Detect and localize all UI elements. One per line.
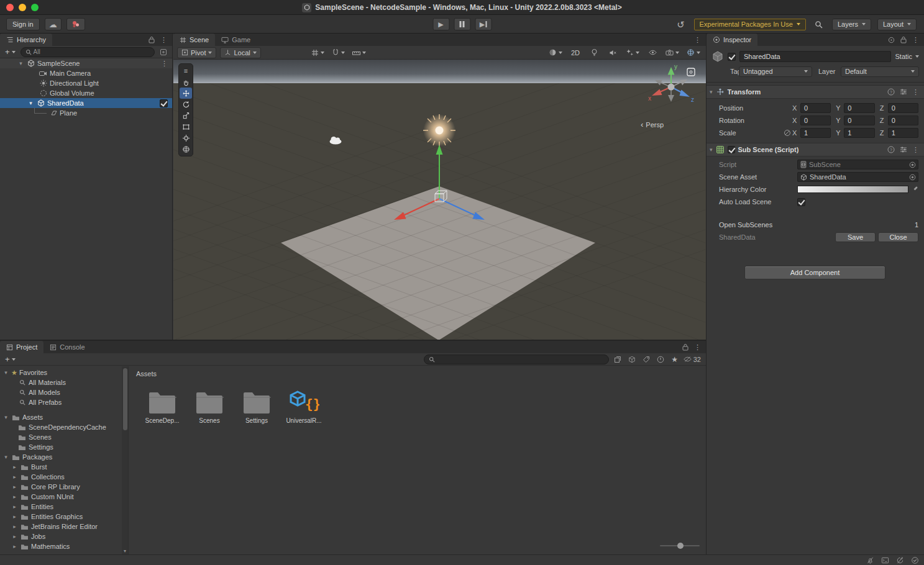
tree-package-jetbrains[interactable]: ▸ JetBrains Rider Editor bbox=[0, 522, 122, 531]
tree-package-entities-graphics[interactable]: ▸ Entities Graphics bbox=[0, 512, 122, 522]
version-control-button[interactable] bbox=[66, 18, 85, 30]
help-icon[interactable]: ? bbox=[887, 146, 895, 153]
tree-scenedependencycache[interactable]: SceneDependencyCache bbox=[0, 422, 122, 432]
tree-package-core-rp[interactable]: ▸ Core RP Library bbox=[0, 482, 122, 492]
layer-dropdown[interactable]: Default bbox=[841, 66, 919, 77]
tree-package-jobs[interactable]: ▸ Jobs bbox=[0, 531, 122, 541]
tab-console[interactable]: Console bbox=[43, 341, 91, 353]
experimental-packages-button[interactable]: Experimental Packages In Use bbox=[694, 19, 806, 30]
label-icon[interactable] bbox=[641, 355, 652, 364]
overlay-handle-icon[interactable]: ≡ bbox=[180, 65, 192, 76]
custom-tool[interactable] bbox=[180, 143, 192, 155]
rotation-x-field[interactable]: 0 bbox=[800, 115, 831, 125]
tab-hierarchy[interactable]: Hierarchy bbox=[0, 34, 52, 46]
picking-toggle-icon[interactable] bbox=[158, 47, 169, 57]
projection-mode[interactable]: ‹ Persp bbox=[641, 120, 664, 129]
kebab-menu-icon[interactable]: ⋮ bbox=[694, 344, 701, 351]
project-search-input[interactable] bbox=[424, 355, 609, 364]
active-checkbox[interactable] bbox=[728, 53, 736, 61]
search-button[interactable] bbox=[812, 18, 826, 30]
hierarchy-search-input[interactable]: All bbox=[21, 47, 155, 57]
warning-icon[interactable] bbox=[655, 355, 666, 364]
console-status-icon[interactable] bbox=[881, 556, 889, 564]
collab-status-icon[interactable] bbox=[896, 556, 904, 564]
tab-inspector[interactable]: Inspector bbox=[707, 34, 757, 46]
position-y-field[interactable]: 0 bbox=[844, 103, 874, 113]
camera-settings-dropdown[interactable] bbox=[664, 47, 681, 58]
subscene-loaded-checkbox[interactable] bbox=[160, 99, 168, 107]
position-x-field[interactable]: 0 bbox=[800, 103, 831, 113]
eyedropper-icon[interactable] bbox=[908, 186, 918, 193]
lock-icon[interactable] bbox=[900, 36, 907, 43]
increment-snap-dropdown[interactable] bbox=[350, 47, 368, 58]
subscene-component-header[interactable]: ▾ Sub Scene (Script) ? ⋮ bbox=[707, 143, 924, 156]
grid-visibility-dropdown[interactable] bbox=[309, 47, 326, 58]
tab-scene[interactable]: Scene bbox=[173, 34, 215, 46]
rotation-z-field[interactable]: 0 bbox=[888, 115, 918, 125]
scrollbar-thumb[interactable] bbox=[123, 368, 127, 430]
close-window-button[interactable] bbox=[6, 4, 14, 11]
tree-scrollbar[interactable]: ▾ bbox=[122, 366, 128, 554]
thumbnail-zoom-slider[interactable] bbox=[660, 542, 700, 549]
expander-icon[interactable]: ▸ bbox=[11, 464, 18, 470]
expander-icon[interactable]: ▾ bbox=[2, 454, 9, 460]
gameobject-name-field[interactable]: SharedData bbox=[739, 51, 891, 62]
tree-packages[interactable]: ▾ Packages bbox=[0, 452, 122, 462]
asset-item-scenes[interactable]: Scenes bbox=[187, 384, 232, 424]
object-picker-icon[interactable] bbox=[909, 174, 916, 181]
notifications-muted-icon[interactable] bbox=[866, 556, 874, 564]
tree-all-materials[interactable]: All Materials bbox=[0, 377, 122, 387]
hierarchy-item-shareddata[interactable]: ▾ SharedData bbox=[0, 98, 172, 108]
layout-dropdown[interactable]: Layout bbox=[877, 19, 917, 30]
component-enabled-checkbox[interactable] bbox=[728, 146, 735, 153]
package-visibility-icon[interactable] bbox=[626, 355, 638, 364]
auto-load-checkbox[interactable] bbox=[797, 198, 805, 206]
presets-icon[interactable] bbox=[900, 88, 907, 96]
scene-lighting-toggle[interactable] bbox=[587, 47, 602, 58]
layers-dropdown[interactable]: Layers bbox=[832, 19, 871, 30]
kebab-menu-icon[interactable]: ⋮ bbox=[912, 147, 919, 153]
kebab-menu-icon[interactable]: ⋮ bbox=[694, 37, 701, 43]
expander-icon[interactable]: ▸ bbox=[11, 543, 18, 549]
zoom-window-button[interactable] bbox=[31, 4, 39, 11]
open-in-new-icon[interactable] bbox=[612, 355, 623, 364]
kebab-menu-icon[interactable]: ⋮ bbox=[160, 37, 167, 43]
sign-in-button[interactable]: Sign in bbox=[6, 18, 40, 30]
link-scale-icon[interactable] bbox=[784, 129, 792, 137]
gizmos-dropdown[interactable] bbox=[685, 47, 702, 58]
transform-tool[interactable] bbox=[180, 132, 192, 143]
foldout-icon[interactable]: ▾ bbox=[27, 100, 34, 106]
scale-z-field[interactable]: 1 bbox=[888, 128, 918, 138]
tree-assets[interactable]: ▾ Assets bbox=[0, 412, 122, 422]
tree-favorites[interactable]: ▾ ★ Favorites bbox=[0, 368, 122, 377]
color-swatch[interactable] bbox=[797, 186, 908, 193]
scene-audio-toggle[interactable] bbox=[605, 47, 620, 58]
tree-package-entities[interactable]: ▸ Entities bbox=[0, 502, 122, 512]
expander-icon[interactable]: ▸ bbox=[11, 474, 18, 480]
tree-package-mathematics[interactable]: ▸ Mathematics bbox=[0, 541, 122, 551]
pivot-dropdown[interactable]: Pivot bbox=[177, 47, 216, 58]
kebab-menu-icon[interactable]: ⋮ bbox=[912, 89, 919, 96]
scene-viewport[interactable]: y x z ≡ ‹ Persp bbox=[173, 60, 706, 340]
expander-icon[interactable]: ▸ bbox=[11, 484, 18, 490]
lock-icon[interactable] bbox=[682, 343, 688, 351]
move-tool[interactable] bbox=[180, 88, 192, 99]
expander-icon[interactable]: ▸ bbox=[11, 504, 18, 510]
static-dropdown[interactable]: Static bbox=[895, 53, 919, 60]
expander-icon[interactable]: ▸ bbox=[11, 523, 18, 530]
position-z-field[interactable]: 0 bbox=[888, 103, 918, 113]
expander-icon[interactable]: ▸ bbox=[11, 513, 18, 520]
2d-toggle[interactable]: 2D bbox=[568, 47, 583, 58]
scale-tool[interactable] bbox=[180, 110, 192, 121]
step-button[interactable]: ▶ bbox=[475, 18, 492, 30]
undo-history-button[interactable]: ↺ bbox=[674, 18, 688, 30]
expander-icon[interactable]: ▸ bbox=[11, 494, 18, 500]
tree-all-prefabs[interactable]: All Prefabs bbox=[0, 397, 122, 407]
tag-dropdown[interactable]: Untagged bbox=[739, 66, 812, 77]
expander-icon[interactable]: ▾ bbox=[2, 369, 9, 376]
foldout-icon[interactable]: ▾ bbox=[17, 60, 24, 66]
play-button[interactable]: ▶ bbox=[432, 18, 449, 30]
scale-y-field[interactable]: 1 bbox=[844, 128, 874, 138]
pause-button[interactable] bbox=[454, 18, 470, 30]
asset-item-settings[interactable]: Settings bbox=[234, 384, 279, 424]
